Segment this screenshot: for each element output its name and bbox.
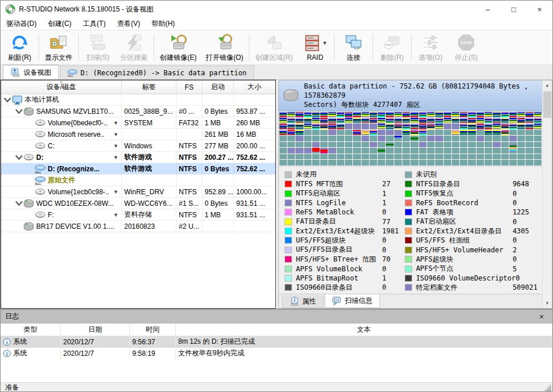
row-dropdown-icon[interactable]: ▼	[113, 120, 118, 126]
toolbar-button-显示文件[interactable]: 显示文件	[40, 30, 77, 64]
log-row-0[interactable]: i系统2020/12/79:56:378m 12s 的 D: 扫描已完成	[1, 336, 552, 348]
log-close-icon[interactable]: ×	[535, 312, 548, 321]
device-row-原始文件[interactable]: Rec.原始文件	[1, 175, 275, 186]
legend-label: UFS/FFS目录条目	[296, 245, 382, 255]
row-dropdown-icon[interactable]: ▼	[113, 189, 118, 195]
row-dropdown-icon[interactable]: ▼	[113, 132, 118, 137]
scroll-down-icon[interactable]: ▼	[543, 298, 552, 308]
scan-block	[493, 136, 500, 141]
toolbar-button-刷新R[interactable]: 刷新(R)	[2, 30, 37, 64]
legend-right-column: 未识别NTFS目录条目9648NTFS恢复点0ReFS BootRecord0F…	[405, 170, 537, 293]
expander-chevron-icon[interactable]	[15, 155, 23, 160]
device-row-本地计算机[interactable]: 本地计算机	[1, 94, 275, 106]
scan-block	[394, 160, 402, 165]
log-column-header-0[interactable]: 类型	[1, 324, 61, 336]
dropdown-arrow-icon[interactable]: ▼	[322, 40, 328, 46]
device-row-Volume{0bedecf0-..[interactable]: Volume{0bedecf0-..▼SYSTEMFAT321 MB260 MB	[1, 117, 275, 129]
row-dropdown-icon[interactable]: ▼	[113, 143, 118, 149]
scan-block	[295, 136, 303, 141]
log-column-header-2[interactable]: 时间	[130, 324, 176, 336]
menu-item-3[interactable]: 查看(V)	[112, 18, 146, 30]
column-header-2[interactable]: FS	[176, 80, 202, 94]
scan-block	[477, 154, 484, 159]
expander-chevron-icon[interactable]	[15, 109, 23, 114]
maximize-button[interactable]: □	[501, 1, 527, 18]
scrollbar-thumb[interactable]	[543, 91, 551, 118]
scan-block	[345, 124, 352, 129]
device-row-F:[interactable]: F:▼资料存储NTFS1 MB931.51 ...	[1, 209, 275, 221]
log-row-1[interactable]: i系统2020/12/79:58:19文件枚举在9秒内完成	[1, 348, 552, 359]
log-info-icon: i	[3, 338, 11, 346]
minimize-button[interactable]: –	[475, 1, 501, 18]
scan-block	[501, 130, 509, 135]
row-dropdown-icon[interactable]: ▼	[113, 212, 118, 218]
device-row-D:[interactable]: D:▼软件游戏NTFS200.27 ...752.62 ...	[1, 152, 275, 163]
cell-fs: #2 U...	[176, 221, 202, 232]
menu-item-1[interactable]: 创建(C)	[43, 18, 78, 30]
info-tab-1[interactable]: 扫描信息	[325, 294, 380, 308]
cell-start	[202, 221, 234, 232]
scan-block	[378, 136, 385, 141]
view-tab-1[interactable]: Rec.D: (Recognized0) -> Basic data parti…	[60, 66, 254, 79]
toolbar-button-创建镜像E[interactable]: 创建镜像(E)	[155, 30, 201, 64]
log-column-header-1[interactable]: 日期	[61, 324, 130, 336]
scan-block	[477, 160, 484, 165]
toolbar-button-RAID[interactable]: ▼RAID	[297, 30, 333, 64]
scan-block	[410, 154, 418, 159]
scan-block	[410, 112, 418, 117]
cell-size: 260 MB	[234, 117, 275, 128]
scan-info-pane: Basic data partition - 752.62 GB (808121…	[278, 80, 552, 309]
legend-swatch	[285, 266, 292, 272]
scan-block	[435, 142, 443, 147]
column-header-1[interactable]: 标签	[122, 80, 176, 94]
row-dropdown-icon[interactable]: ▼	[113, 155, 118, 160]
log-column-header-3[interactable]: 文本	[176, 324, 552, 336]
right-scrollbar[interactable]: ▲ ▼	[542, 80, 552, 308]
legend-item: APFS超级块0	[405, 255, 537, 264]
scrollbar-track[interactable]	[543, 90, 552, 298]
scan-block	[287, 160, 295, 165]
legend-count: 1	[382, 274, 386, 282]
scan-block	[279, 118, 287, 123]
legend-count: 0	[513, 255, 517, 263]
column-header-4[interactable]: 大小	[234, 80, 275, 94]
scan-block	[452, 160, 459, 165]
menu-item-4[interactable]: 帮助(H)	[146, 18, 181, 30]
toolbar-button-label: 扫描(S)	[86, 53, 109, 63]
scan-block	[525, 136, 533, 141]
partition-icon	[34, 187, 46, 197]
legend-item: 特定档案文件509021	[405, 283, 537, 292]
info-tab-0[interactable]: i属性	[282, 295, 324, 308]
menu-item-2[interactable]: 工具(T)	[77, 18, 111, 30]
device-row-D:-(Recognize...[interactable]: Rec.D: (Recognize...软件游戏NTFS0 Bytes752.6…	[1, 163, 275, 175]
legend-label: ISO9660目录条目	[296, 283, 382, 293]
device-row-BR17-DEVICE-V1.00-1....[interactable]: BR17 DEVICE V1.00 1....20160823#2 U...	[1, 221, 275, 232]
expander-chevron-icon[interactable]	[3, 97, 11, 102]
scroll-up-icon[interactable]: ▲	[543, 80, 552, 90]
column-header-3[interactable]: 启动	[202, 80, 234, 94]
toolbar-button-打开镜像O[interactable]: 打开镜像(O)	[201, 30, 248, 64]
toolbar-button-连接[interactable]: 连接	[336, 30, 371, 64]
close-button[interactable]: ×	[527, 1, 552, 18]
partition-icon	[34, 210, 46, 220]
expander-chevron-icon[interactable]	[15, 201, 23, 206]
scan-block	[410, 142, 418, 147]
device-row-WDC-WD10EZEX-08W...[interactable]: WDC WD10EZEX-08W...WD-WCC6Y6...#1 S...0 …	[1, 198, 275, 209]
device-row-Volume{1ecb0c98-..[interactable]: Volume{1ecb0c98-..▼WinRE_DRVNTFS952.89 .…	[1, 186, 275, 198]
scan-block	[501, 154, 509, 159]
device-row-SAMSUNG-MZVLB1T0...[interactable]: SAMSUNG MZVLB1T0...0025_388B_9...#0 ...0…	[1, 106, 275, 117]
scan-block	[362, 160, 369, 165]
view-tab-0[interactable]: 设备视图	[3, 64, 59, 79]
menu-item-0[interactable]: 驱动器(D)	[1, 18, 43, 30]
scan-block	[460, 112, 467, 117]
scan-block	[328, 142, 336, 147]
resize-grip-icon[interactable]	[544, 385, 551, 391]
scan-block	[452, 130, 459, 135]
delete-icon	[383, 33, 401, 52]
column-header-0[interactable]: ∧设备/磁盘	[1, 80, 122, 94]
device-row-C:[interactable]: C:▼WindowsNTFS277 MB200.00 ...	[1, 140, 275, 152]
scan-block	[295, 148, 303, 153]
device-row-Microsoft-reserve..[interactable]: Microsoft reserve..▼261 MB16 MB	[1, 129, 275, 140]
legend-swatch	[285, 228, 292, 235]
legend-swatch	[285, 171, 292, 178]
